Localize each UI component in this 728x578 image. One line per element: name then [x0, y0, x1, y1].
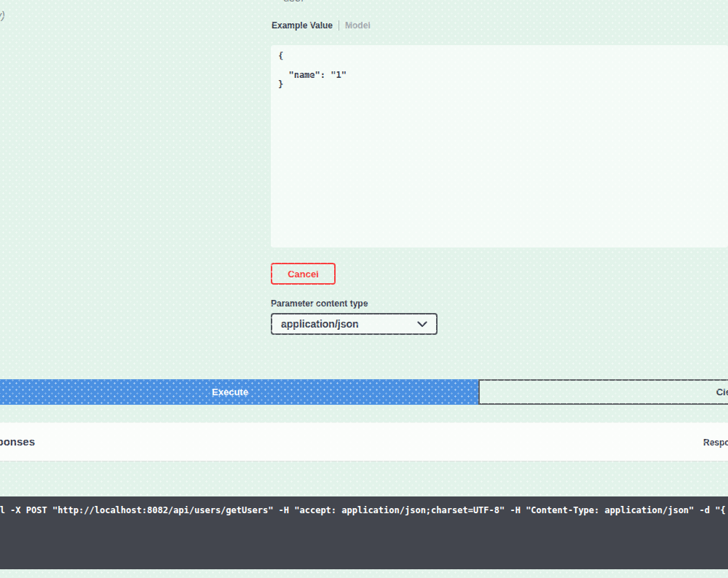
responses-title: Responses	[0, 435, 35, 448]
request-body-editor[interactable]: { "name": "1" }	[271, 45, 728, 248]
operation-heading-fragment: user	[283, 0, 304, 4]
cancel-button[interactable]: Cancel	[271, 263, 336, 285]
example-model-tabs: Example Value Model	[272, 20, 371, 31]
curl-command-text: curl -X POST "http://localhost:8082/api/…	[0, 496, 728, 516]
responses-section-header: Responses Response content type	[0, 422, 728, 462]
execute-button[interactable]: Execute	[0, 379, 478, 405]
curl-command-block: curl -X POST "http://localhost:8082/api/…	[0, 496, 728, 569]
clear-button[interactable]: Clear	[478, 379, 728, 405]
request-body-json[interactable]: { "name": "1" }	[271, 45, 728, 96]
selected-content-type: application/json	[281, 318, 359, 330]
tab-example-value[interactable]: Example Value	[272, 20, 333, 31]
tab-model[interactable]: Model	[345, 20, 371, 31]
response-content-type-label: Response content type	[703, 438, 728, 448]
parameter-content-type-label: Parameter content type	[271, 298, 368, 309]
parameter-content-type-select[interactable]: application/json	[271, 313, 438, 335]
parameter-location-fragment: y)	[0, 9, 5, 21]
chevron-down-icon	[417, 321, 427, 328]
tab-divider	[339, 20, 339, 31]
background-dot-texture	[0, 569, 728, 578]
